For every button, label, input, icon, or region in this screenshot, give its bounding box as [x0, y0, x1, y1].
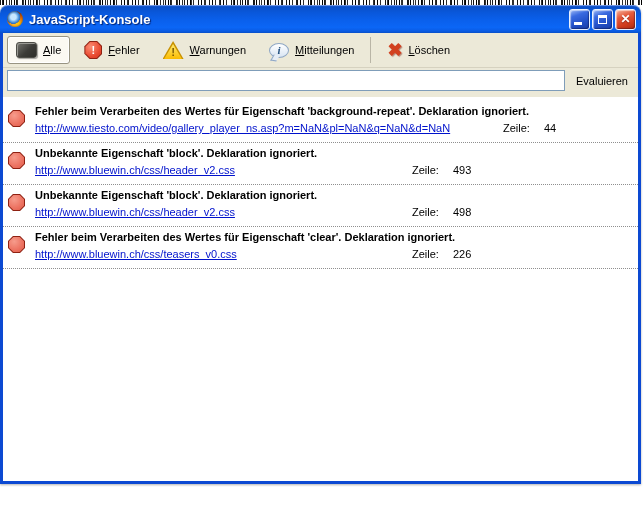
filter-toolbar: Alle ! Fehler ! Warnungen i Mitteilungen	[3, 33, 638, 68]
evaluate-row: Evaluieren	[3, 68, 638, 97]
line-label: Zeile:	[503, 122, 530, 134]
console-entry: Unbekannte Eigenschaft 'block'. Deklarat…	[3, 185, 638, 227]
error-severity-icon	[8, 236, 25, 253]
maximize-button[interactable]	[592, 9, 613, 30]
minimize-icon	[574, 22, 582, 25]
line-label: Zeile:	[412, 164, 439, 176]
error-message: Unbekannte Eigenschaft 'block'. Deklarat…	[35, 189, 317, 201]
console-entry: Fehler beim Verarbeiten des Wertes für E…	[3, 227, 638, 269]
line-label: Zeile:	[412, 248, 439, 260]
source-link[interactable]: http://www.tiesto.com/video/gallery_play…	[35, 122, 450, 134]
code-input[interactable]	[7, 70, 565, 91]
error-severity-icon	[8, 152, 25, 169]
error-icon: !	[84, 41, 102, 59]
window-title: JavaScript-Konsole	[29, 12, 563, 27]
close-icon: ✕	[620, 13, 630, 25]
evaluate-button[interactable]: Evaluieren	[570, 73, 634, 89]
line-label: Zeile:	[412, 206, 439, 218]
filter-warnings-button[interactable]: ! Warnungen	[154, 35, 255, 65]
error-severity-icon	[8, 194, 25, 211]
source-link[interactable]: http://www.bluewin.ch/css/header_v2.css	[35, 206, 235, 218]
line-number: 498	[453, 206, 471, 218]
console-entry: Fehler beim Verarbeiten des Wertes für E…	[3, 101, 638, 143]
titlebar[interactable]: JavaScript-Konsole ✕	[0, 5, 641, 33]
console-message-list: Fehler beim Verarbeiten des Wertes für E…	[3, 97, 638, 481]
error-message: Fehler beim Verarbeiten des Wertes für E…	[35, 231, 455, 243]
line-info: Zeile:226	[412, 248, 471, 260]
console-icon	[16, 42, 37, 58]
filter-messages-button[interactable]: i Mitteilungen	[260, 37, 363, 64]
source-link[interactable]: http://www.bluewin.ch/css/teasers_v0.css	[35, 248, 237, 260]
toolbar-separator	[370, 37, 371, 63]
minimize-button[interactable]	[569, 9, 590, 30]
javascript-console-window: JavaScript-Konsole ✕ Alle ! Fe	[0, 5, 641, 484]
close-button[interactable]: ✕	[615, 9, 636, 30]
warning-icon: !	[163, 41, 184, 59]
error-message: Unbekannte Eigenschaft 'block'. Deklarat…	[35, 147, 317, 159]
message-icon: i	[269, 43, 289, 58]
clear-console-button[interactable]: ✖ Löschen	[378, 35, 459, 65]
line-info: Zeile:498	[412, 206, 471, 218]
filter-all-button[interactable]: Alle	[7, 36, 70, 64]
line-number: 493	[453, 164, 471, 176]
line-info: Zeile:44	[503, 122, 556, 134]
line-info: Zeile:493	[412, 164, 471, 176]
line-number: 226	[453, 248, 471, 260]
error-message: Fehler beim Verarbeiten des Wertes für E…	[35, 105, 529, 117]
window-body: Alle ! Fehler ! Warnungen i Mitteilungen	[0, 33, 641, 484]
clear-icon: ✖	[387, 41, 402, 59]
error-severity-icon	[8, 110, 25, 127]
filter-errors-button[interactable]: ! Fehler	[75, 35, 148, 65]
console-entry: Unbekannte Eigenschaft 'block'. Deklarat…	[3, 143, 638, 185]
line-number: 44	[544, 122, 556, 134]
source-link[interactable]: http://www.bluewin.ch/css/header_v2.css	[35, 164, 235, 176]
window-controls: ✕	[569, 9, 636, 30]
maximize-icon	[598, 15, 607, 24]
firefox-icon	[7, 11, 23, 27]
